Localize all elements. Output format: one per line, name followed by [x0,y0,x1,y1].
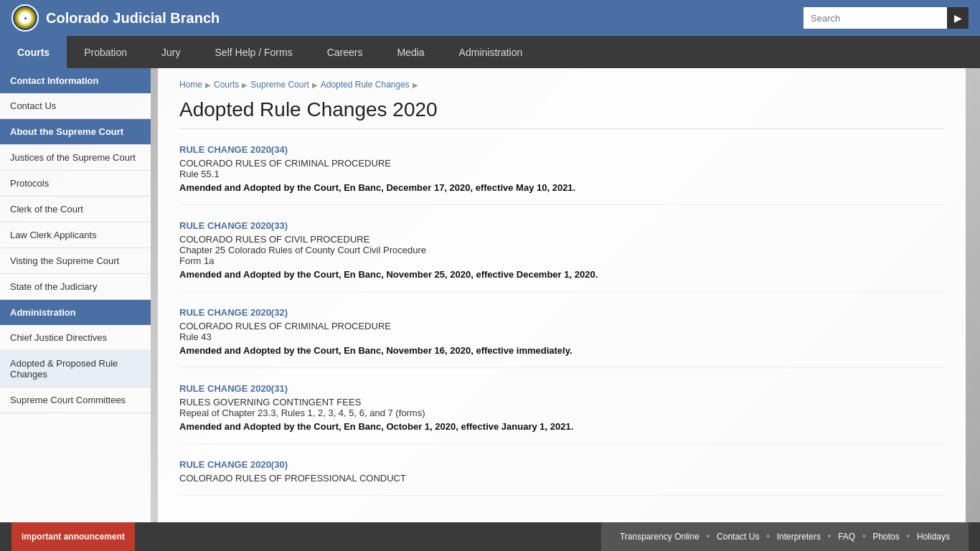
rule-link-34[interactable]: RULE CHANGE 2020(34) [179,144,288,155]
breadcrumb-sep-4: ▶ [413,81,418,89]
rule-link-33[interactable]: RULE CHANGE 2020(33) [179,220,288,231]
rule-subtitle-31: Repeal of Chapter 23.3, Rules 1, 2, 3, 4… [179,408,944,418]
nav-careers[interactable]: Careers [310,36,380,68]
rule-subtitle-33b: Form 1a [179,255,944,266]
site-header: ✦ Colorado Judicial Branch ▶ [0,0,980,36]
footer-link-photos[interactable]: Photos [865,532,906,542]
content-area: Contact Information Contact Us About the… [0,68,980,522]
right-side-spacer [973,68,980,522]
site-title: Colorado Judicial Branch [46,10,220,27]
rule-category-34: COLORADO RULES OF CRIMINAL PROCEDURE [179,158,944,169]
rule-subtitle-34: Rule 55.1 [179,169,944,179]
rule-adopted-34: Amended and Adopted by the Court, En Ban… [179,182,944,193]
rule-category-30: COLORADO RULES OF PROFESSIONAL CONDUCT [179,473,944,484]
footer-announcement[interactable]: important announcement [11,522,135,551]
nav-probation[interactable]: Probation [67,36,144,68]
search-button[interactable]: ▶ [947,7,969,29]
rule-link-31[interactable]: RULE CHANGE 2020(31) [179,383,288,394]
sidebar-item-state-judiciary[interactable]: State of the Judiciary [0,274,151,300]
nav-media[interactable]: Media [380,36,441,68]
rule-adopted-31: Amended and Adopted by the Court, En Ban… [179,421,944,432]
breadcrumb: Home ▶ Courts ▶ Supreme Court ▶ Adopted … [179,80,944,90]
sidebar-item-committees[interactable]: Supreme Court Committees [0,387,151,413]
sidebar-item-cjd[interactable]: Chief Justice Directives [0,325,151,351]
rule-link-32[interactable]: RULE CHANGE 2020(32) [179,307,288,318]
rule-entry-34: RULE CHANGE 2020(34) COLORADO RULES OF C… [179,143,944,205]
rule-entry-30: RULE CHANGE 2020(30) COLORADO RULES OF P… [179,458,944,496]
nav-selfhelp[interactable]: Self Help / Forms [198,36,310,68]
breadcrumb-supreme-court[interactable]: Supreme Court [250,80,308,90]
footer-link-faq[interactable]: FAQ [831,532,862,542]
footer-bar: important announcement Transparency Onli… [0,522,980,551]
rule-subtitle-32: Rule 43 [179,331,944,342]
rule-adopted-32: Amended and Adopted by the Court, En Ban… [179,345,944,356]
breadcrumb-home[interactable]: Home [179,80,202,90]
rule-entry-33: RULE CHANGE 2020(33) COLORADO RULES OF C… [179,220,944,292]
footer-link-interpreters[interactable]: Interpreters [770,532,828,542]
footer-link-contact[interactable]: Contact Us [710,532,766,542]
rule-link-30[interactable]: RULE CHANGE 2020(30) [179,459,288,470]
breadcrumb-adopted-rule[interactable]: Adopted Rule Changes [321,80,410,90]
nav-administration[interactable]: Administration [442,36,540,68]
search-bar: ▶ [804,7,969,29]
sidebar-item-law-clerk[interactable]: Law Clerk Applicants [0,222,151,248]
sidebar-contact-info-header: Contact Information [0,68,151,93]
breadcrumb-sep-2: ▶ [242,81,248,89]
search-arrow-icon: ▶ [954,12,962,24]
header-left: ✦ Colorado Judicial Branch [11,4,220,32]
sidebar-item-rule-changes[interactable]: Adopted & Proposed Rule Changes [0,351,151,387]
sidebar-item-visiting[interactable]: Visting the Supreme Court [0,248,151,274]
rule-entry-32: RULE CHANGE 2020(32) COLORADO RULES OF C… [179,306,944,368]
search-input[interactable] [804,7,947,29]
main-nav: Courts Probation Jury Self Help / Forms … [0,36,980,68]
nav-jury[interactable]: Jury [144,36,197,68]
breadcrumb-sep-3: ▶ [312,81,318,89]
footer-links: Transparency Online • Contact Us • Inter… [601,522,969,551]
rule-subtitle-33a: Chapter 25 Colorado Rules of County Cour… [179,245,944,255]
sidebar-item-protocols[interactable]: Protocols [0,171,151,197]
footer-link-holidays[interactable]: Holidays [910,532,957,542]
footer-link-transparency[interactable]: Transparency Online [613,532,707,542]
sidebar-item-contact-us[interactable]: Contact Us [0,93,151,119]
rule-category-32: COLORADO RULES OF CRIMINAL PROCEDURE [179,321,944,331]
site-logo: ✦ [11,4,39,32]
rule-adopted-33: Amended and Adopted by the Court, En Ban… [179,269,944,280]
breadcrumb-courts[interactable]: Courts [214,80,239,90]
rule-category-33: COLORADO RULES OF CIVIL PROCEDURE [179,234,944,245]
page-title: Adopted Rule Changes 2020 [179,98,944,129]
breadcrumb-sep-1: ▶ [205,81,211,89]
sidebar: Contact Information Contact Us About the… [0,68,151,522]
rule-entry-31: RULE CHANGE 2020(31) RULES GOVERNING CON… [179,382,944,444]
sidebar-item-clerk[interactable]: Clerk of the Court [0,197,151,222]
nav-courts[interactable]: Courts [0,36,67,68]
sidebar-item-justices[interactable]: Justices of the Supreme Court [0,145,151,171]
sidebar-item-about[interactable]: About the Supreme Court [0,119,151,145]
sidebar-administration-header: Administration [0,300,151,325]
main-content: Home ▶ Courts ▶ Supreme Court ▶ Adopted … [158,68,966,522]
rule-category-31: RULES GOVERNING CONTINGENT FEES [179,397,944,408]
